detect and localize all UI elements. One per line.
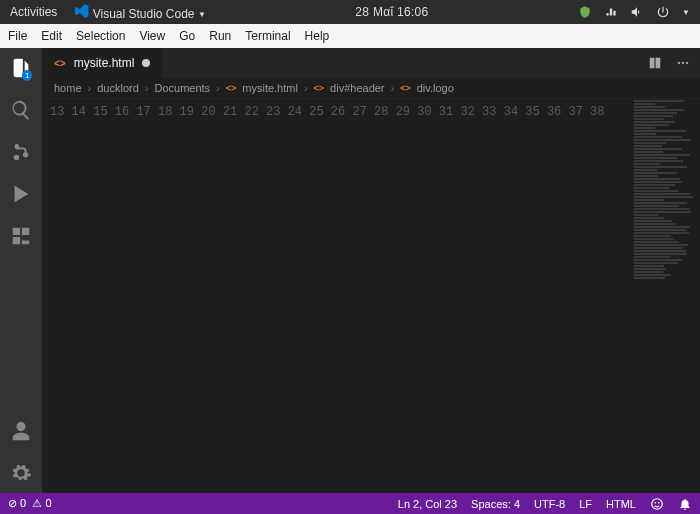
- chevron-down-icon: ▼: [198, 10, 206, 19]
- svg-point-4: [654, 502, 656, 504]
- split-editor-icon[interactable]: [648, 56, 662, 70]
- volume-icon[interactable]: [630, 5, 644, 19]
- tab-bar: <> mysite.html: [42, 48, 700, 78]
- clock[interactable]: 28 Μαΐ 16:06: [224, 5, 560, 19]
- run-debug-icon[interactable]: [9, 182, 33, 206]
- html-file-icon: <>: [54, 58, 66, 69]
- search-icon[interactable]: [9, 98, 33, 122]
- element-icon: <>: [314, 83, 325, 93]
- svg-point-1: [682, 62, 684, 64]
- source-control-icon[interactable]: [9, 140, 33, 164]
- minimap[interactable]: [630, 99, 700, 493]
- chevron-down-icon[interactable]: ▼: [682, 8, 690, 17]
- indentation[interactable]: Spaces: 4: [471, 498, 520, 510]
- breadcrumb-item[interactable]: ducklord: [97, 82, 139, 94]
- app-title: Visual Studio Code: [93, 7, 195, 21]
- shield-icon[interactable]: [578, 5, 592, 19]
- element-icon: <>: [400, 83, 411, 93]
- network-icon[interactable]: [604, 5, 618, 19]
- app-menu-button[interactable]: Visual Studio Code ▼: [75, 4, 205, 21]
- more-icon[interactable]: [676, 56, 690, 70]
- menu-help[interactable]: Help: [305, 29, 330, 43]
- menu-terminal[interactable]: Terminal: [245, 29, 290, 43]
- code-area[interactable]: <img src="" alt=""> <p>Post Excerpt</p> …: [619, 99, 631, 493]
- problems-button[interactable]: ⊘ 0 ⚠ 0: [8, 497, 52, 510]
- accounts-icon[interactable]: [9, 419, 33, 443]
- html-file-icon: <>: [226, 83, 237, 93]
- settings-gear-icon[interactable]: [9, 461, 33, 485]
- breadcrumb-item[interactable]: div#header: [330, 82, 384, 94]
- svg-point-5: [658, 502, 660, 504]
- dirty-indicator-icon: [142, 59, 150, 67]
- svg-point-0: [678, 62, 680, 64]
- tab-label: mysite.html: [74, 56, 135, 70]
- menu-run[interactable]: Run: [209, 29, 231, 43]
- menu-selection[interactable]: Selection: [76, 29, 125, 43]
- bell-icon[interactable]: [678, 497, 692, 511]
- encoding[interactable]: UTF-8: [534, 498, 565, 510]
- menu-bar: File Edit Selection View Go Run Terminal…: [0, 24, 700, 48]
- breadcrumb-item[interactable]: Documents: [154, 82, 210, 94]
- breadcrumb-item[interactable]: home: [54, 82, 82, 94]
- vscode-icon: [75, 4, 89, 18]
- menu-file[interactable]: File: [8, 29, 27, 43]
- error-icon: ⊘: [8, 497, 17, 509]
- svg-point-2: [686, 62, 688, 64]
- breadcrumb-item[interactable]: mysite.html: [242, 82, 298, 94]
- language-mode[interactable]: HTML: [606, 498, 636, 510]
- breadcrumbs[interactable]: home› ducklord› Documents› <> mysite.htm…: [42, 78, 700, 99]
- menu-edit[interactable]: Edit: [41, 29, 62, 43]
- editor[interactable]: 13 14 15 16 17 18 19 20 21 22 23 24 25 2…: [42, 99, 700, 493]
- breadcrumb-item[interactable]: div.logo: [417, 82, 454, 94]
- eol[interactable]: LF: [579, 498, 592, 510]
- line-gutter: 13 14 15 16 17 18 19 20 21 22 23 24 25 2…: [42, 99, 619, 493]
- svg-point-3: [652, 498, 663, 509]
- menu-go[interactable]: Go: [179, 29, 195, 43]
- power-icon[interactable]: [656, 5, 670, 19]
- cursor-position[interactable]: Ln 2, Col 23: [398, 498, 457, 510]
- activity-bar: 1: [0, 48, 42, 493]
- warning-icon: ⚠: [32, 497, 42, 509]
- status-bar: ⊘ 0 ⚠ 0 Ln 2, Col 23 Spaces: 4 UTF-8 LF …: [0, 493, 700, 514]
- menu-view[interactable]: View: [139, 29, 165, 43]
- activities-button[interactable]: Activities: [10, 5, 57, 19]
- tab-mysite[interactable]: <> mysite.html: [42, 48, 163, 78]
- extensions-icon[interactable]: [9, 224, 33, 248]
- desktop-topbar: Activities Visual Studio Code ▼ 28 Μαΐ 1…: [0, 0, 700, 24]
- feedback-icon[interactable]: [650, 497, 664, 511]
